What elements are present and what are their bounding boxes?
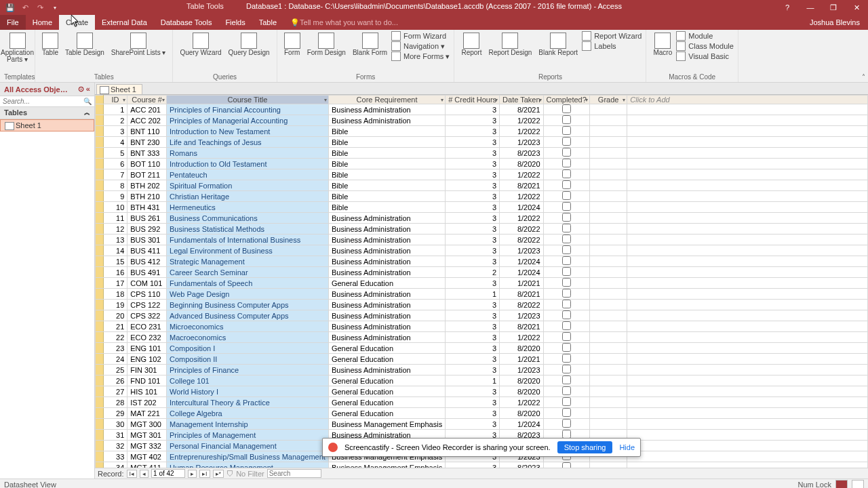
table-row[interactable]: 10BTH 431HermeneuticsBible31/2024 <box>96 202 868 213</box>
table-row[interactable]: 8BTH 202Spiritual FormationBible38/2021 <box>96 180 868 191</box>
table-row[interactable]: 16BUS 491Career Search SeminarBusiness A… <box>96 267 868 278</box>
completed-checkbox[interactable] <box>562 278 571 287</box>
class-module-button[interactable]: Class Module <box>676 41 734 51</box>
table-row[interactable]: 14BUS 411Legal Environment of BusinessBu… <box>96 245 868 256</box>
document-tab-sheet1[interactable]: Sheet 1 <box>96 84 142 94</box>
table-row[interactable]: 25FIN 301Principles of FinanceBusiness A… <box>96 365 868 375</box>
completed-checkbox[interactable] <box>562 310 571 319</box>
tab-home[interactable]: Home <box>26 15 59 30</box>
table-row[interactable]: 5BNT 333RomansBible38/2023 <box>96 148 868 159</box>
table-row[interactable]: 2ACC 202Principles of Managerial Account… <box>96 115 868 126</box>
table-button[interactable]: Table <box>39 31 61 58</box>
column-header[interactable]: Date Taken▾ <box>500 96 543 104</box>
datasheet-grid[interactable]: ID▾Course #▾Course Title▾Core Requiremen… <box>95 95 868 468</box>
completed-checkbox[interactable] <box>562 213 571 222</box>
completed-checkbox[interactable] <box>562 169 571 178</box>
tab-table[interactable]: Table <box>252 15 283 30</box>
macro-button[interactable]: Macro <box>650 31 675 61</box>
qat-dropdown-icon[interactable]: ▾ <box>49 1 61 14</box>
nav-group-tables[interactable]: Tables︽ <box>0 107 94 119</box>
table-row[interactable]: 6BOT 110Introduction to Old TestamentBib… <box>96 159 868 169</box>
completed-checkbox[interactable] <box>562 289 571 298</box>
labels-button[interactable]: Labels <box>582 41 642 51</box>
design-view-button[interactable] <box>852 480 864 489</box>
column-header[interactable]: Click to Add <box>627 96 868 104</box>
table-row[interactable]: 15BUS 412Strategic ManagementBusiness Ad… <box>96 256 868 267</box>
table-row[interactable]: 34MGT 411Human Resource ManagementBusine… <box>96 462 868 468</box>
completed-checkbox[interactable] <box>562 386 571 395</box>
column-header[interactable]: Grade▾ <box>589 96 627 104</box>
tab-external-data[interactable]: External Data <box>95 15 154 30</box>
completed-checkbox[interactable] <box>562 115 571 124</box>
table-row[interactable]: 24ENG 102Composition IIGeneral Education… <box>96 354 868 365</box>
table-row[interactable]: 30MGT 300Management InternshipBusiness M… <box>96 419 868 430</box>
table-row[interactable]: 23ENG 101Composition IGeneral Education3… <box>96 343 868 354</box>
account-name[interactable]: Joshua Blevins <box>802 15 868 30</box>
hide-share-button[interactable]: Hide <box>619 443 635 451</box>
completed-checkbox[interactable] <box>562 191 571 200</box>
application-parts-button[interactable]: Application Parts ▾ <box>4 31 31 64</box>
table-row[interactable]: 17COM 101Fundamentals of SpeechGeneral E… <box>96 278 868 289</box>
completed-checkbox[interactable] <box>562 343 571 352</box>
form-design-button[interactable]: Form Design <box>304 31 349 61</box>
column-header[interactable]: Course Title▾ <box>167 96 329 104</box>
module-button[interactable]: Module <box>676 31 734 41</box>
column-header[interactable]: Core Requirement▾ <box>328 96 445 104</box>
help-button[interactable]: ? <box>776 0 799 15</box>
completed-checkbox[interactable] <box>562 267 571 276</box>
completed-checkbox[interactable] <box>562 148 571 157</box>
tab-file[interactable]: File <box>0 15 26 30</box>
report-button[interactable]: Report <box>458 31 484 58</box>
tab-database-tools[interactable]: Database Tools <box>154 15 219 30</box>
completed-checkbox[interactable] <box>562 104 571 113</box>
table-row[interactable]: 9BTH 210Christian HeritageBible31/2022 <box>96 191 868 202</box>
first-record-button[interactable]: I◂ <box>127 470 138 478</box>
visual-basic-button[interactable]: Visual Basic <box>676 52 734 61</box>
completed-checkbox[interactable] <box>562 321 571 330</box>
completed-checkbox[interactable] <box>562 365 571 373</box>
completed-checkbox[interactable] <box>562 256 571 265</box>
completed-checkbox[interactable] <box>562 245 571 254</box>
sharepoint-lists-button[interactable]: SharePoint Lists ▾ <box>108 31 169 58</box>
table-row[interactable]: 11BUS 261Business CommunicationsBusiness… <box>96 213 868 224</box>
table-row[interactable]: 18CPS 110Web Page DesignBusiness Adminis… <box>96 289 868 300</box>
form-button[interactable]: Form <box>281 31 303 61</box>
completed-checkbox[interactable] <box>562 332 571 341</box>
completed-checkbox[interactable] <box>562 224 571 232</box>
table-row[interactable]: 12BUS 292Business Statistical MethodsBus… <box>96 224 868 235</box>
completed-checkbox[interactable] <box>562 235 571 243</box>
form-wizard-button[interactable]: Form Wizard <box>391 31 450 41</box>
redo-icon[interactable]: ↷ <box>34 1 46 14</box>
tell-me-input[interactable]: 💡 Tell me what you want to do... <box>283 15 802 30</box>
completed-checkbox[interactable] <box>562 462 571 468</box>
completed-checkbox[interactable] <box>562 202 571 211</box>
table-row[interactable]: 29MAT 221College AlgebraGeneral Educatio… <box>96 408 868 419</box>
save-icon[interactable]: 💾 <box>4 1 16 14</box>
column-header[interactable]: ID▾ <box>103 96 127 104</box>
nav-search-input[interactable] <box>3 98 83 105</box>
completed-checkbox[interactable] <box>562 375 571 384</box>
table-row[interactable]: 1ACC 201Principles of Financial Accounti… <box>96 104 868 115</box>
blank-form-button[interactable]: Blank Form <box>350 31 390 61</box>
collapse-ribbon-icon[interactable]: ˄ <box>862 73 865 81</box>
report-wizard-button[interactable]: Report Wizard <box>582 31 642 41</box>
prev-record-button[interactable]: ◂ <box>140 470 149 478</box>
table-row[interactable]: 13BUS 301Fundamentals of International B… <box>96 235 868 245</box>
completed-checkbox[interactable] <box>562 397 571 406</box>
completed-checkbox[interactable] <box>562 408 571 417</box>
select-all-cell[interactable] <box>96 96 104 104</box>
datasheet-view-button[interactable] <box>835 480 848 489</box>
table-row[interactable]: 3BNT 110Introduction to New TestamentBib… <box>96 126 868 137</box>
table-row[interactable]: 27HIS 101World History IGeneral Educatio… <box>96 386 868 397</box>
more-forms-button[interactable]: More Forms ▾ <box>391 52 450 61</box>
table-row[interactable]: 4BNT 230Life and Teachings of JesusBible… <box>96 137 868 148</box>
completed-checkbox[interactable] <box>562 354 571 363</box>
next-record-button[interactable]: ▸ <box>188 470 197 478</box>
table-row[interactable]: 28IST 202Intercultural Theory & Practice… <box>96 397 868 408</box>
table-row[interactable]: 21ECO 231MicroeconomicsBusiness Administ… <box>96 321 868 332</box>
tab-fields[interactable]: Fields <box>218 15 252 30</box>
undo-icon[interactable]: ↶ <box>19 1 31 14</box>
record-search-input[interactable] <box>267 469 321 478</box>
column-header[interactable]: Completed?▾ <box>543 96 589 104</box>
completed-checkbox[interactable] <box>562 419 571 428</box>
